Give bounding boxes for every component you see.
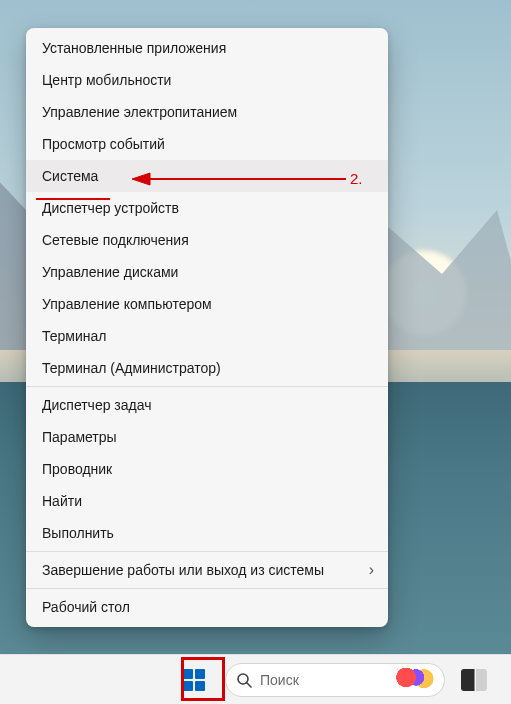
menu-item-label: Управление компьютером: [42, 296, 212, 312]
menu-item-label: Параметры: [42, 429, 117, 445]
menu-item-label: Найти: [42, 493, 82, 509]
menu-item[interactable]: Рабочий стол: [26, 591, 388, 623]
menu-item[interactable]: Сетевые подключения: [26, 224, 388, 256]
annotation-underline: [36, 198, 110, 200]
menu-item-label: Выполнить: [42, 525, 114, 541]
windows-logo-icon: [183, 669, 205, 691]
menu-item[interactable]: Терминал (Администратор): [26, 352, 388, 384]
menu-item[interactable]: Управление дисками: [26, 256, 388, 288]
menu-item-label: Диспетчер задач: [42, 397, 152, 413]
menu-item-label: Проводник: [42, 461, 112, 477]
start-context-menu[interactable]: Установленные приложенияЦентр мобильност…: [26, 28, 388, 627]
menu-item[interactable]: Выполнить: [26, 517, 388, 549]
menu-item[interactable]: Установленные приложения: [26, 32, 388, 64]
menu-separator: [26, 588, 388, 589]
menu-item[interactable]: Диспетчер задач: [26, 389, 388, 421]
svg-marker-1: [132, 173, 150, 185]
task-view-button[interactable]: [461, 669, 487, 691]
annotation-step2-label: 2.: [350, 170, 363, 187]
menu-item[interactable]: Управление компьютером: [26, 288, 388, 320]
taskbar: Поиск: [0, 654, 511, 704]
annotation-arrow-step2: [132, 168, 346, 190]
menu-item[interactable]: Управление электропитанием: [26, 96, 388, 128]
menu-item[interactable]: Найти: [26, 485, 388, 517]
menu-item[interactable]: Центр мобильности: [26, 64, 388, 96]
menu-item[interactable]: Параметры: [26, 421, 388, 453]
menu-item[interactable]: Просмотр событий: [26, 128, 388, 160]
menu-item-label: Управление электропитанием: [42, 104, 237, 120]
taskbar-search[interactable]: Поиск: [225, 663, 445, 697]
menu-item[interactable]: Проводник: [26, 453, 388, 485]
menu-item-label: Рабочий стол: [42, 599, 130, 615]
search-highlights-icon: [394, 667, 434, 693]
menu-item-label: Управление дисками: [42, 264, 178, 280]
menu-item-label: Терминал: [42, 328, 106, 344]
menu-item-label: Установленные приложения: [42, 40, 226, 56]
menu-item-label: Диспетчер устройств: [42, 200, 179, 216]
menu-item-label: Центр мобильности: [42, 72, 171, 88]
search-placeholder: Поиск: [260, 672, 299, 688]
menu-separator: [26, 386, 388, 387]
search-icon: [236, 672, 252, 688]
menu-item-label: Система: [42, 168, 98, 184]
menu-item[interactable]: Завершение работы или выход из системы: [26, 554, 388, 586]
start-button[interactable]: [173, 659, 215, 701]
menu-separator: [26, 551, 388, 552]
menu-item[interactable]: Терминал: [26, 320, 388, 352]
menu-item-label: Сетевые подключения: [42, 232, 189, 248]
menu-item-label: Терминал (Администратор): [42, 360, 221, 376]
menu-item[interactable]: Диспетчер устройств: [26, 192, 388, 224]
menu-item-label: Завершение работы или выход из системы: [42, 562, 324, 578]
svg-line-5: [247, 683, 251, 687]
menu-item-label: Просмотр событий: [42, 136, 165, 152]
